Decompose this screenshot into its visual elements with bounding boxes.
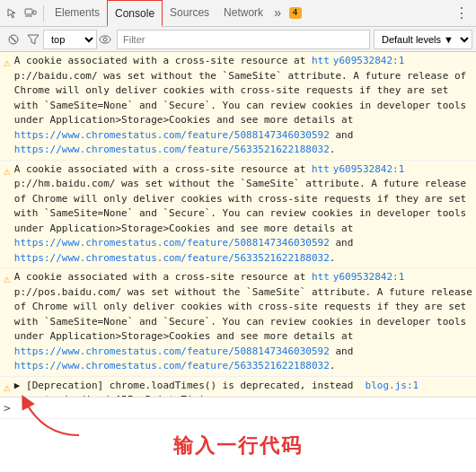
- log-text-2: A cookie associated with a cross-site re…: [14, 162, 472, 267]
- top-toolbar: Elements Console Sources Network » 4 ⋮: [0, 0, 476, 27]
- device-icon[interactable]: [22, 5, 39, 22]
- link-chromestatus-2a[interactable]: https://www.chromestatus.com/feature/508…: [14, 237, 330, 249]
- log-text-3: A cookie associated with a cross-site re…: [14, 270, 472, 374]
- warn-icon-dep: ⚠: [4, 380, 11, 398]
- annotation-text: 输入一行代码: [173, 433, 303, 459]
- context-select[interactable]: top: [43, 30, 97, 49]
- location-3[interactable]: y609532842:1: [333, 271, 404, 283]
- more-options-button[interactable]: ⋮: [451, 4, 472, 22]
- svg-marker-5: [28, 35, 39, 44]
- svg-line-4: [11, 37, 16, 42]
- log-entry-w3: ⚠ A cookie associated with a cross-site …: [0, 268, 476, 377]
- expand-triangle[interactable]: ▶: [14, 380, 21, 391]
- link-htt-2[interactable]: htt: [312, 163, 330, 175]
- inspect-icon[interactable]: [4, 5, 21, 22]
- tab-network[interactable]: Network: [216, 0, 270, 27]
- link-htt-1[interactable]: htt: [312, 55, 330, 66]
- warning-badge: 4: [289, 7, 302, 19]
- svg-point-6: [100, 36, 110, 43]
- filter-icon[interactable]: [25, 31, 41, 48]
- console-toolbar: top Default levels ▼: [0, 27, 476, 52]
- location-1[interactable]: y609532842:1: [333, 55, 404, 66]
- link-chromestatus-1b[interactable]: https://www.chromestatus.com/feature/563…: [14, 144, 330, 155]
- link-chromestatus-2b[interactable]: https://www.chromestatus.com/feature/563…: [14, 252, 330, 264]
- eye-icon[interactable]: [97, 31, 113, 48]
- link-htt-3[interactable]: htt: [312, 271, 330, 283]
- warn-icon-2: ⚠: [4, 163, 11, 181]
- log-text-1: A cookie associated with a cross-site re…: [14, 54, 472, 158]
- warn-icon-1: ⚠: [4, 55, 11, 73]
- annotation-area: 输入一行代码: [0, 418, 476, 472]
- annotation-arrow: [16, 392, 88, 437]
- divider: [43, 5, 44, 22]
- link-chromestatus-3b[interactable]: https://www.chromestatus.com/feature/563…: [14, 360, 330, 371]
- more-tabs-button[interactable]: »: [270, 6, 285, 21]
- svg-point-7: [103, 38, 107, 41]
- log-entry-w1: ⚠ A cookie associated with a cross-site …: [0, 52, 476, 161]
- input-prompt: >: [4, 401, 11, 415]
- console-output: ⚠ A cookie associated with a cross-site …: [0, 52, 476, 397]
- svg-rect-0: [25, 9, 32, 14]
- filter-input[interactable]: [117, 30, 370, 49]
- svg-rect-1: [33, 11, 36, 14]
- tab-elements[interactable]: Elements: [48, 0, 107, 27]
- log-entry-w2: ⚠ A cookie associated with a cross-site …: [0, 161, 476, 269]
- link-blog-js[interactable]: blog.js:1: [366, 380, 419, 391]
- levels-select[interactable]: Default levels ▼: [374, 30, 472, 49]
- tab-sources[interactable]: Sources: [163, 0, 216, 27]
- tab-console[interactable]: Console: [107, 0, 163, 27]
- clear-console-icon[interactable]: [5, 31, 22, 48]
- location-2[interactable]: y609532842:1: [333, 163, 404, 175]
- link-chromestatus-3a[interactable]: https://www.chromestatus.com/feature/508…: [14, 345, 330, 357]
- warn-icon-3: ⚠: [4, 271, 11, 289]
- link-chromestatus-1a[interactable]: https://www.chromestatus.com/feature/508…: [14, 129, 330, 141]
